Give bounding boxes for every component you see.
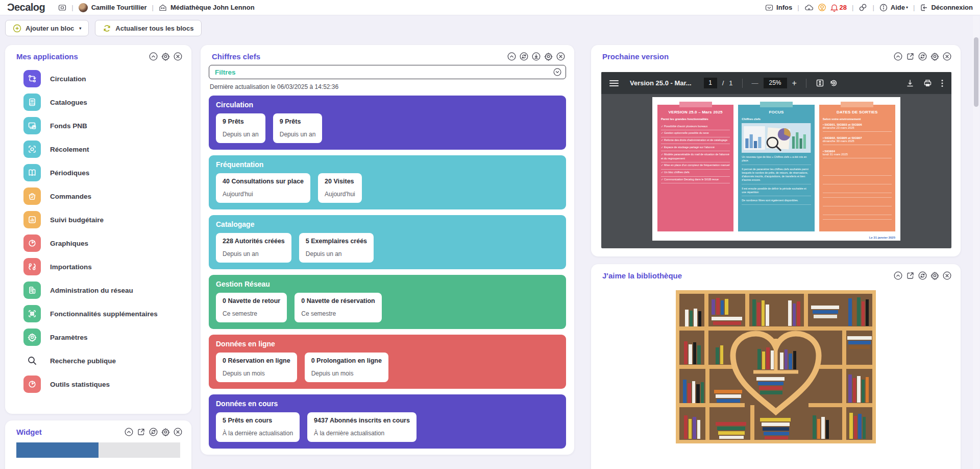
- link-icon[interactable]: [859, 3, 867, 12]
- stat-block-frequentation: Fréquentation 40 Consultations sur place…: [209, 155, 566, 209]
- collapse-icon[interactable]: [125, 428, 133, 436]
- heart-bookshelf-image: [676, 290, 876, 443]
- logout-icon: [920, 4, 928, 12]
- sidebar-item-administration-reseau[interactable]: Administration du réseau: [5, 278, 191, 302]
- close-icon[interactable]: [943, 271, 951, 280]
- open-external-icon[interactable]: [906, 52, 915, 61]
- refresh-icon[interactable]: [520, 52, 528, 61]
- menu-icon[interactable]: [609, 80, 619, 87]
- sidebar-item-periodiques[interactable]: Périodiques: [5, 161, 191, 184]
- download-icon[interactable]: [532, 52, 541, 61]
- app-header: Ɔecalog | Camille Tourtillier | Médiathè…: [0, 0, 980, 15]
- last-update-text: Dernière actualisation le 06/03/2025 à 1…: [210, 83, 565, 90]
- deconnexion-button[interactable]: Déconnexion: [920, 4, 973, 12]
- bar-chart-icon: [23, 211, 41, 228]
- close-icon[interactable]: [174, 52, 182, 61]
- monitor-book-icon: [23, 117, 41, 134]
- pdf-zoom-level[interactable]: 25%: [764, 78, 787, 88]
- book-icon: [23, 93, 41, 111]
- broadcast-icon[interactable]: [818, 3, 826, 12]
- pdf-page-total: 1: [729, 79, 732, 87]
- library-selector[interactable]: Médiathèque John Lennon: [159, 4, 255, 12]
- collapse-icon[interactable]: [894, 271, 902, 280]
- pdf-doc-title: Version 25.0 - Mar...: [630, 79, 692, 87]
- stat-card: 9 PrêtsDepuis un an: [273, 113, 323, 143]
- sidebar-item-parametres[interactable]: Paramètres: [5, 325, 191, 349]
- user-avatar: [79, 3, 88, 12]
- open-external-icon[interactable]: [906, 271, 915, 280]
- collapse-icon[interactable]: [507, 52, 516, 61]
- add-block-button[interactable]: Ajouter un bloc ▾: [5, 20, 89, 36]
- pie-chart-icon: [23, 376, 41, 393]
- collapse-icon[interactable]: [894, 52, 902, 61]
- open-book-icon: [23, 164, 41, 181]
- stat-card: 20 VisitesAujourd'hui: [318, 173, 362, 203]
- refresh-icon[interactable]: [149, 428, 158, 436]
- notifications-button[interactable]: 28: [830, 4, 847, 12]
- sidebar-item-fonctionnalites-supplementaires[interactable]: Fonctionnalités supplémentaires: [5, 302, 191, 325]
- more-options-icon[interactable]: [941, 79, 943, 87]
- filters-dropdown[interactable]: Filtres: [209, 65, 566, 79]
- cloud-icon[interactable]: [804, 4, 814, 11]
- close-icon[interactable]: [556, 52, 565, 61]
- sidebar-item-circulation[interactable]: Circulation: [5, 67, 191, 90]
- widget-progress-fill: [16, 442, 99, 458]
- stat-card: 228 Autorités crééesDepuis un an: [216, 233, 291, 263]
- gear-icon: [23, 329, 41, 346]
- pdf-toolbar: Version 25.0 - Mar... 1 / 1 — 25% +: [601, 72, 951, 94]
- zoom-out-button[interactable]: —: [752, 79, 758, 87]
- print-icon[interactable]: [923, 79, 932, 87]
- sidebar-item-fonds-pnb[interactable]: Fonds PNB: [5, 114, 191, 137]
- close-icon[interactable]: [943, 52, 951, 61]
- rotate-icon[interactable]: [829, 79, 838, 87]
- close-icon[interactable]: [174, 428, 182, 436]
- sidebar-item-outils-statistiques[interactable]: Outils statistiques: [5, 372, 191, 396]
- page-scrollbar-thumb[interactable]: [974, 37, 978, 107]
- page-scrollbar[interactable]: [973, 16, 979, 469]
- stat-block-catalogage: Catalogage 228 Autorités crééesDepuis un…: [209, 215, 566, 269]
- sidebar-item-suivi-budgetaire[interactable]: Suivi budgétaire: [5, 208, 191, 231]
- sidebar-item-graphiques[interactable]: Graphiques: [5, 231, 191, 255]
- settings-icon[interactable]: [161, 428, 170, 436]
- collapse-icon[interactable]: [149, 52, 158, 61]
- settings-icon[interactable]: [161, 52, 170, 61]
- basket-icon: [23, 187, 41, 205]
- chevron-down-icon: [553, 68, 561, 76]
- refresh-icon[interactable]: [918, 271, 927, 280]
- bell-icon: [830, 4, 838, 12]
- user-menu[interactable]: Camille Tourtillier: [79, 3, 147, 12]
- decalog-logo: Ɔecalog: [7, 2, 45, 13]
- pdf-page-input[interactable]: 1: [704, 78, 717, 88]
- kiosk-icon[interactable]: [58, 4, 66, 12]
- plus-circle-icon: [13, 24, 21, 33]
- stat-card: 0 Réservation en ligneDepuis un mois: [216, 353, 297, 382]
- pdf-viewer: Version 25.0 - Mar... 1 / 1 — 25% + VERS…: [601, 72, 951, 248]
- stat-card: 0 Navette de retourCe semestre: [216, 293, 287, 322]
- sync-icon: [23, 258, 41, 275]
- pdf-page: VERSION 25.0 – Mars 2025 Parmi les grand…: [652, 97, 900, 241]
- open-external-icon[interactable]: [137, 428, 145, 436]
- apps-panel: Mes applications Circulation Catalogues …: [5, 45, 191, 414]
- infos-button[interactable]: Infos: [765, 4, 792, 11]
- sidebar-item-commandes[interactable]: Commandes: [5, 184, 191, 208]
- fit-page-icon[interactable]: [816, 79, 824, 87]
- sidebar-item-importations[interactable]: Importations: [5, 255, 191, 278]
- settings-icon[interactable]: [544, 52, 553, 61]
- sidebar-item-catalogues[interactable]: Catalogues: [5, 90, 191, 114]
- user-name: Camille Tourtillier: [91, 4, 147, 11]
- stat-card: 5 Exemplaires créésDepuis un an: [299, 233, 374, 263]
- stat-card: 40 Consultations sur placeAujourd'hui: [216, 173, 310, 203]
- download-icon[interactable]: [906, 79, 914, 87]
- settings-icon[interactable]: [930, 271, 939, 280]
- sidebar-item-recherche-publique[interactable]: Recherche publique: [5, 349, 191, 372]
- aide-menu[interactable]: Aide ▾: [879, 4, 908, 12]
- sidebar-item-recolement[interactable]: Récolement: [5, 137, 191, 161]
- zoom-in-button[interactable]: +: [792, 79, 797, 88]
- flyer-footer-date: Le 31 janvier 2025: [869, 236, 895, 239]
- route-arrows-icon: [23, 70, 41, 87]
- version-panel-title: Prochaine version: [602, 52, 669, 61]
- refresh-icon[interactable]: [918, 52, 927, 61]
- settings-icon[interactable]: [930, 52, 939, 61]
- stat-block-donnees-en-cours: Données en cours 5 Prêts en coursÀ la de…: [209, 394, 566, 449]
- refresh-all-button[interactable]: Actualiser tous les blocs: [95, 20, 201, 36]
